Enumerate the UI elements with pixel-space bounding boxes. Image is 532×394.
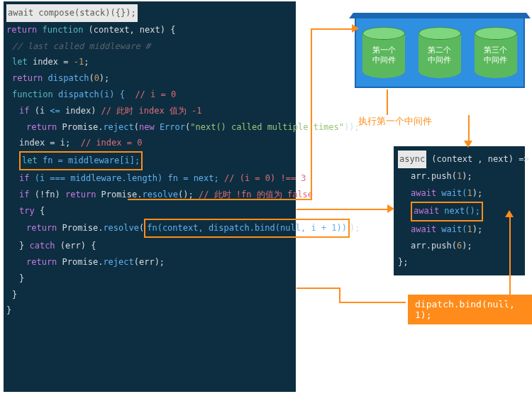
code-line: } catch (err) {: [6, 238, 293, 254]
connector-line: [311, 28, 312, 200]
code-line: return function (context, next) {: [6, 22, 293, 38]
highlight-box-fn-decl: let fn = middleware[i];: [19, 151, 143, 170]
main-code-panel: await compose(stack)({}); return functio…: [4, 1, 296, 392]
connector-line: [499, 302, 511, 303]
code-line: await compose(stack)({});: [6, 4, 293, 22]
code-line: // last called middleware #: [6, 38, 293, 55]
connector-line: [468, 115, 470, 143]
code-line: }: [6, 287, 293, 303]
connector-line: [339, 302, 406, 303]
middleware-cylinder-3: 第三个中间件: [475, 27, 517, 78]
code-line: arr.push(1);: [398, 168, 521, 185]
code-line: return Promise.reject(err);: [6, 254, 293, 270]
code-line: return dispatch(0);: [6, 70, 293, 87]
arrow-head-icon: [387, 204, 394, 213]
connector-line: [339, 288, 340, 302]
code-line: };: [398, 254, 521, 270]
middleware-cylinder-2: 第二个中间件: [419, 27, 461, 78]
dispatch-bind-box: dipatch.bind(null, 1);: [408, 295, 532, 324]
code-line: await wait(1);: [398, 221, 521, 238]
code-line-highlighted: await next();: [398, 202, 521, 221]
connector-line: [509, 213, 511, 302]
highlighted-title: await compose(stack)({});: [6, 4, 138, 22]
annotation-exec-first: 执行第一个中间件: [358, 115, 432, 128]
code-line: async (context , next) => {: [398, 151, 521, 168]
highlight-box-resolve-call: fn(context, dispatch.bind(null, i + 1)): [144, 219, 350, 238]
code-line-highlighted: return Promise.resolve(fn(context, dispa…: [6, 219, 293, 238]
middleware-cylinder-1: 第一个中间件: [362, 27, 405, 78]
code-line-highlighted: let fn = middleware[i];: [6, 151, 293, 170]
code-line: }: [6, 270, 293, 287]
arrow-head-icon: [352, 24, 359, 33]
arrow-head-icon: [464, 141, 472, 148]
code-line: try {: [6, 203, 293, 219]
connector-line: [387, 89, 388, 115]
connector-line: [297, 288, 339, 289]
arrow-head-icon: [505, 210, 514, 217]
code-line: arr.push(6);: [398, 238, 521, 254]
code-line: function dispatch(i) { // i = 0: [6, 87, 293, 103]
middleware-stack: 第一个中间件 第二个中间件 第三个中间件: [355, 17, 525, 88]
code-line: if (!fn) return Promise.resolve(); // 此时…: [6, 187, 293, 203]
code-line: }: [6, 302, 293, 319]
code-line: index = i; // index = 0: [6, 135, 293, 151]
code-line: await wait(1);: [398, 185, 521, 202]
cylinder-label: 第一个中间件: [362, 45, 405, 66]
code-line: if (i === middleware.length) fn = next; …: [6, 170, 293, 187]
code-line: if (i <= index) // 此时 index 值为 -1: [6, 103, 293, 119]
highlight-box-await-next: await next();: [411, 202, 483, 221]
connector-line: [128, 199, 312, 200]
code-line: let index = -1;: [6, 54, 293, 70]
cylinder-label: 第三个中间件: [475, 45, 517, 66]
code-line: return Promise.reject(new Error("next() …: [6, 119, 293, 136]
connector-line: [311, 28, 353, 30]
cylinder-label: 第二个中间件: [419, 45, 461, 66]
connector-line: [297, 209, 389, 210]
